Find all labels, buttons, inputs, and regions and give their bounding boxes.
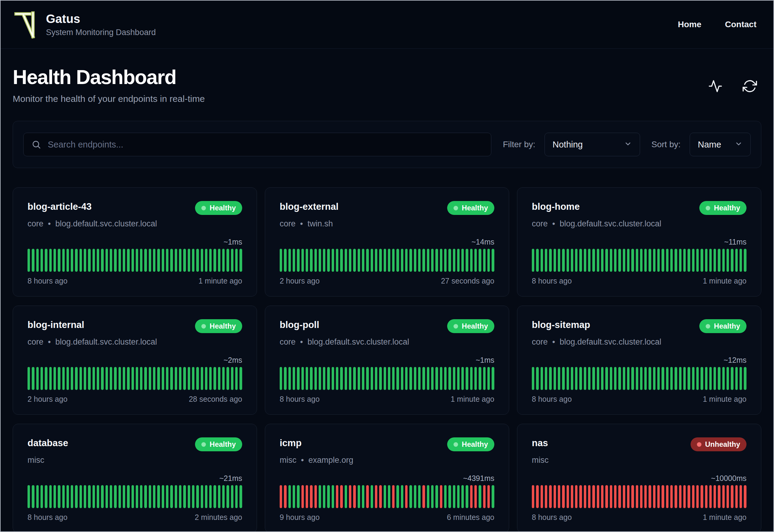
activity-pulse-icon[interactable] — [708, 79, 723, 94]
endpoint-group: core — [280, 219, 296, 229]
uptime-bar — [675, 367, 677, 390]
uptime-bar — [349, 367, 351, 390]
dot-separator: • — [300, 219, 303, 229]
endpoint-name: icmp — [280, 437, 301, 449]
endpoint-meta: core • blog.default.svc.cluster.local — [28, 337, 242, 347]
endpoint-card[interactable]: blog-article-43 Healthy core • blog.defa… — [13, 187, 257, 297]
endpoint-card[interactable]: database Healthy misc • ~21ms 8 hours ag… — [13, 424, 257, 532]
tn-monogram-logo-icon — [14, 9, 37, 40]
uptime-bar — [709, 485, 712, 508]
endpoint-meta: core • blog.default.svc.cluster.local — [28, 219, 242, 229]
uptime-bar — [483, 485, 486, 508]
uptime-range: 8 hours ago 1 minute ago — [532, 513, 746, 522]
uptime-bar — [696, 485, 699, 508]
uptime-bar — [49, 485, 52, 508]
uptime-bar — [653, 367, 655, 390]
uptime-bar — [28, 249, 30, 272]
uptime-bar — [340, 367, 343, 390]
range-end: 1 minute ago — [198, 277, 242, 285]
uptime-bar — [205, 249, 207, 272]
range-start: 2 hours ago — [280, 277, 320, 285]
uptime-bar — [140, 485, 142, 508]
uptime-bar — [353, 485, 356, 508]
uptime-bar — [67, 367, 69, 390]
uptime-bar — [284, 485, 286, 508]
uptime-bar — [301, 485, 304, 508]
uptime-bar — [153, 485, 155, 508]
endpoint-meta: misc • — [532, 456, 746, 465]
range-end: 2 minutes ago — [195, 513, 242, 522]
uptime-bar — [149, 249, 151, 272]
uptime-bar — [205, 367, 207, 390]
search-input[interactable] — [47, 139, 483, 150]
endpoint-card[interactable]: blog-external Healthy core • twin.sh ~14… — [265, 187, 509, 297]
uptime-bar — [336, 249, 338, 272]
uptime-bar — [136, 485, 138, 508]
uptime-bar — [683, 367, 686, 390]
uptime-bar — [336, 367, 338, 390]
uptime-bar — [666, 485, 668, 508]
nav-link-home[interactable]: Home — [678, 20, 701, 29]
uptime-bar — [422, 485, 425, 508]
endpoint-card[interactable]: nas Unhealthy misc • ~10000ms 8 hours ag… — [517, 424, 761, 532]
endpoint-meta: core • blog.default.svc.cluster.local — [280, 337, 494, 347]
endpoint-card[interactable]: blog-home Healthy core • blog.default.sv… — [517, 187, 761, 297]
response-time: ~4391ms — [280, 474, 494, 483]
uptime-bars — [532, 367, 746, 390]
endpoint-name: nas — [532, 437, 548, 449]
endpoint-card[interactable]: icmp Healthy misc • example.org ~4391ms … — [265, 424, 509, 532]
range-end: 6 minutes ago — [447, 513, 494, 522]
uptime-bar — [562, 249, 564, 272]
uptime-bar — [418, 249, 421, 272]
uptime-bar — [58, 367, 60, 390]
uptime-bar — [627, 249, 629, 272]
status-dot-icon — [201, 442, 206, 447]
uptime-bar — [597, 367, 599, 390]
filter-select-value: Nothing — [553, 140, 583, 150]
uptime-bar — [45, 485, 47, 508]
uptime-bar — [409, 485, 412, 508]
uptime-bar — [84, 249, 86, 272]
uptime-bar — [80, 485, 82, 508]
uptime-bar — [401, 249, 403, 272]
uptime-bar — [371, 367, 373, 390]
status-badge: Healthy — [195, 437, 242, 451]
uptime-bar — [239, 249, 242, 272]
uptime-bar — [358, 485, 360, 508]
dot-separator: • — [300, 337, 303, 347]
uptime-bar — [106, 485, 108, 508]
sort-select[interactable]: Name — [690, 133, 751, 156]
uptime-bar — [179, 249, 181, 272]
uptime-bar — [718, 485, 720, 508]
uptime-bar — [396, 367, 399, 390]
endpoint-card[interactable]: blog-poll Healthy core • blog.default.sv… — [265, 306, 509, 415]
endpoint-card[interactable]: blog-sitemap Healthy core • blog.default… — [517, 306, 761, 415]
uptime-bar — [132, 249, 134, 272]
nav-link-contact[interactable]: Contact — [725, 20, 756, 29]
filter-by-label: Filter by: — [503, 140, 535, 149]
refresh-icon[interactable] — [743, 79, 757, 94]
uptime-bar — [735, 485, 738, 508]
uptime-bar — [409, 249, 412, 272]
chevron-down-icon — [735, 140, 743, 149]
uptime-bar — [88, 249, 90, 272]
uptime-bar — [492, 249, 494, 272]
endpoint-host: blog.default.svc.cluster.local — [560, 337, 661, 347]
uptime-bar — [327, 485, 330, 508]
uptime-bar — [688, 249, 690, 272]
uptime-bar — [644, 249, 647, 272]
filter-select[interactable]: Nothing — [545, 133, 640, 156]
uptime-bar — [705, 485, 707, 508]
endpoint-card[interactable]: blog-internal Healthy core • blog.defaul… — [13, 306, 257, 415]
uptime-bar — [209, 485, 212, 508]
uptime-bar — [601, 485, 603, 508]
uptime-bar — [144, 249, 147, 272]
status-dot-icon — [706, 324, 710, 329]
uptime-bar — [123, 367, 125, 390]
uptime-bar — [345, 249, 347, 272]
uptime-bar — [62, 249, 65, 272]
range-start: 9 hours ago — [280, 513, 320, 522]
uptime-bar — [571, 485, 573, 508]
uptime-bar — [136, 367, 138, 390]
uptime-bar — [744, 367, 746, 390]
